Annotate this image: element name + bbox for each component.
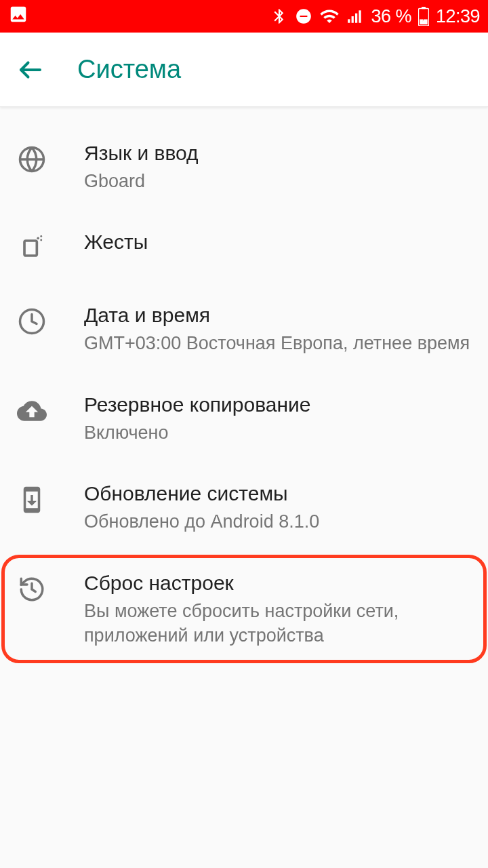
restore-icon xyxy=(14,571,50,608)
page-title: Система xyxy=(77,55,181,84)
item-title: Язык и ввод xyxy=(84,140,470,166)
item-title: Дата и время xyxy=(84,302,470,328)
system-update-icon xyxy=(14,481,50,518)
svg-rect-2 xyxy=(355,14,357,23)
battery-percent: 36 % xyxy=(371,6,411,27)
dnd-icon xyxy=(295,7,312,25)
item-subtitle: Обновлено до Android 8.1.0 xyxy=(84,509,470,534)
item-title: Резервное копирование xyxy=(84,391,470,418)
svg-rect-3 xyxy=(359,10,361,22)
back-button[interactable] xyxy=(14,53,47,87)
item-backup[interactable]: Резервное копирование Включено xyxy=(0,374,488,462)
status-bar: 36 % 12:39 xyxy=(0,0,488,33)
item-reset[interactable]: Сброс настроек Вы можете сбросить настро… xyxy=(0,552,488,666)
svg-rect-7 xyxy=(420,19,427,24)
settings-list: Язык и ввод Gboard Жесты Дата и время GM… xyxy=(0,107,488,666)
cloud-upload-icon xyxy=(14,393,50,429)
item-subtitle: GMT+03:00 Восточная Европа, летнее время xyxy=(84,331,470,355)
item-title: Сброс настроек xyxy=(84,570,470,596)
bluetooth-icon xyxy=(270,7,288,25)
item-gestures[interactable]: Жесты xyxy=(0,211,488,284)
svg-point-12 xyxy=(40,236,42,238)
item-title: Жесты xyxy=(84,229,470,255)
app-bar: Система xyxy=(0,33,488,107)
item-system-update[interactable]: Обновление системы Обновлено до Android … xyxy=(0,462,488,551)
clock-icon xyxy=(14,303,50,340)
svg-rect-0 xyxy=(348,19,350,22)
globe-icon xyxy=(14,141,50,178)
svg-point-13 xyxy=(40,239,42,241)
wifi-icon xyxy=(319,6,340,26)
svg-rect-1 xyxy=(352,16,354,23)
image-notification-icon xyxy=(8,4,28,29)
signal-icon xyxy=(346,7,364,25)
item-date-time[interactable]: Дата и время GMT+03:00 Восточная Европа,… xyxy=(0,284,488,373)
item-subtitle: Gboard xyxy=(84,169,470,193)
svg-rect-5 xyxy=(422,7,426,9)
item-language-input[interactable]: Язык и ввод Gboard xyxy=(0,122,488,211)
clock: 12:39 xyxy=(436,6,480,27)
battery-icon xyxy=(418,7,429,26)
gestures-icon xyxy=(14,230,50,267)
item-subtitle: Вы можете сбросить настройки сети, прило… xyxy=(84,599,470,648)
item-subtitle: Включено xyxy=(84,420,470,445)
svg-point-11 xyxy=(37,237,39,240)
item-title: Обновление системы xyxy=(84,480,470,507)
